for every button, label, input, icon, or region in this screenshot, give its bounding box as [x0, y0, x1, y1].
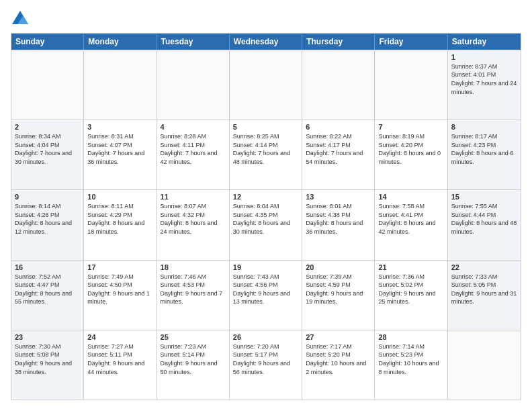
day-number: 21	[378, 263, 443, 271]
day-info: Sunrise: 7:58 AM Sunset: 4:41 PM Dayligh…	[378, 202, 443, 236]
day-cell-14: 14Sunrise: 7:58 AM Sunset: 4:41 PM Dayli…	[375, 190, 447, 259]
day-number: 1	[451, 53, 517, 61]
header-cell-friday: Friday	[375, 34, 447, 50]
day-info: Sunrise: 8:19 AM Sunset: 4:20 PM Dayligh…	[378, 132, 443, 166]
header-cell-sunday: Sunday	[11, 34, 84, 50]
day-number: 13	[306, 193, 371, 201]
day-cell-12: 12Sunrise: 8:04 AM Sunset: 4:35 PM Dayli…	[230, 190, 302, 259]
day-info: Sunrise: 7:36 AM Sunset: 5:02 PM Dayligh…	[378, 273, 443, 306]
day-info: Sunrise: 8:07 AM Sunset: 4:32 PM Dayligh…	[161, 202, 226, 236]
logo-icon	[12, 11, 28, 24]
day-info: Sunrise: 7:39 AM Sunset: 4:59 PM Dayligh…	[306, 273, 371, 306]
day-number: 24	[87, 333, 152, 341]
day-info: Sunrise: 8:34 AM Sunset: 4:04 PM Dayligh…	[15, 132, 80, 166]
day-info: Sunrise: 8:22 AM Sunset: 4:17 PM Dayligh…	[306, 132, 371, 166]
day-number: 19	[233, 263, 298, 271]
day-info: Sunrise: 8:25 AM Sunset: 4:14 PM Dayligh…	[233, 132, 298, 166]
day-number: 2	[15, 123, 80, 131]
header-cell-wednesday: Wednesday	[230, 34, 302, 50]
week-row-2: 2Sunrise: 8:34 AM Sunset: 4:04 PM Daylig…	[11, 120, 521, 189]
day-info: Sunrise: 8:28 AM Sunset: 4:11 PM Dayligh…	[161, 132, 226, 166]
day-cell-3: 3Sunrise: 8:31 AM Sunset: 4:07 PM Daylig…	[84, 120, 157, 189]
empty-cell	[302, 50, 375, 120]
day-info: Sunrise: 8:31 AM Sunset: 4:07 PM Dayligh…	[87, 132, 152, 166]
calendar-header-row: SundayMondayTuesdayWednesdayThursdayFrid…	[11, 34, 521, 50]
day-cell-24: 24Sunrise: 7:27 AM Sunset: 5:11 PM Dayli…	[84, 330, 157, 400]
empty-cell	[11, 50, 84, 120]
header-cell-tuesday: Tuesday	[157, 34, 230, 50]
header-cell-thursday: Thursday	[302, 34, 375, 50]
empty-cell	[84, 50, 157, 120]
day-info: Sunrise: 7:20 AM Sunset: 5:17 PM Dayligh…	[233, 342, 298, 376]
day-cell-15: 15Sunrise: 7:55 AM Sunset: 4:44 PM Dayli…	[448, 190, 521, 259]
day-number: 18	[161, 263, 226, 271]
day-cell-26: 26Sunrise: 7:20 AM Sunset: 5:17 PM Dayli…	[230, 330, 302, 400]
day-cell-16: 16Sunrise: 7:52 AM Sunset: 4:47 PM Dayli…	[11, 261, 84, 330]
week-row-1: 1Sunrise: 8:37 AM Sunset: 4:01 PM Daylig…	[11, 50, 521, 120]
day-number: 4	[161, 123, 226, 131]
day-info: Sunrise: 7:49 AM Sunset: 4:50 PM Dayligh…	[87, 273, 152, 306]
week-row-5: 23Sunrise: 7:30 AM Sunset: 5:08 PM Dayli…	[11, 330, 521, 400]
day-cell-27: 27Sunrise: 7:17 AM Sunset: 5:20 PM Dayli…	[302, 330, 375, 400]
day-number: 16	[15, 263, 80, 271]
header	[11, 11, 521, 28]
day-number: 12	[233, 193, 298, 201]
header-cell-monday: Monday	[84, 34, 157, 50]
day-cell-23: 23Sunrise: 7:30 AM Sunset: 5:08 PM Dayli…	[11, 330, 84, 400]
header-cell-saturday: Saturday	[448, 34, 521, 50]
week-row-3: 9Sunrise: 8:14 AM Sunset: 4:26 PM Daylig…	[11, 189, 521, 259]
day-info: Sunrise: 7:55 AM Sunset: 4:44 PM Dayligh…	[451, 202, 517, 236]
day-number: 15	[451, 193, 517, 201]
day-info: Sunrise: 7:27 AM Sunset: 5:11 PM Dayligh…	[87, 342, 152, 376]
day-info: Sunrise: 7:30 AM Sunset: 5:08 PM Dayligh…	[15, 342, 80, 376]
day-info: Sunrise: 7:52 AM Sunset: 4:47 PM Dayligh…	[15, 273, 80, 306]
day-info: Sunrise: 7:46 AM Sunset: 4:53 PM Dayligh…	[161, 273, 226, 306]
day-cell-21: 21Sunrise: 7:36 AM Sunset: 5:02 PM Dayli…	[375, 261, 447, 330]
day-number: 22	[451, 263, 517, 271]
day-cell-4: 4Sunrise: 8:28 AM Sunset: 4:11 PM Daylig…	[157, 120, 230, 189]
day-info: Sunrise: 7:17 AM Sunset: 5:20 PM Dayligh…	[306, 342, 371, 376]
day-number: 23	[15, 333, 80, 341]
day-cell-1: 1Sunrise: 8:37 AM Sunset: 4:01 PM Daylig…	[448, 50, 521, 120]
empty-cell	[375, 50, 447, 120]
day-cell-5: 5Sunrise: 8:25 AM Sunset: 4:14 PM Daylig…	[230, 120, 302, 189]
day-number: 3	[87, 123, 152, 131]
day-number: 20	[306, 263, 371, 271]
day-cell-22: 22Sunrise: 7:33 AM Sunset: 5:05 PM Dayli…	[448, 261, 521, 330]
day-cell-7: 7Sunrise: 8:19 AM Sunset: 4:20 PM Daylig…	[375, 120, 447, 189]
calendar: SundayMondayTuesdayWednesdayThursdayFrid…	[11, 33, 521, 400]
day-cell-8: 8Sunrise: 8:17 AM Sunset: 4:23 PM Daylig…	[448, 120, 521, 189]
day-info: Sunrise: 8:01 AM Sunset: 4:38 PM Dayligh…	[306, 202, 371, 236]
logo	[11, 11, 30, 28]
day-number: 8	[451, 123, 517, 131]
day-info: Sunrise: 7:33 AM Sunset: 5:05 PM Dayligh…	[451, 273, 517, 306]
day-cell-18: 18Sunrise: 7:46 AM Sunset: 4:53 PM Dayli…	[157, 261, 230, 330]
day-number: 14	[378, 193, 443, 201]
day-cell-6: 6Sunrise: 8:22 AM Sunset: 4:17 PM Daylig…	[302, 120, 375, 189]
day-info: Sunrise: 7:23 AM Sunset: 5:14 PM Dayligh…	[161, 342, 226, 376]
day-cell-11: 11Sunrise: 8:07 AM Sunset: 4:32 PM Dayli…	[157, 190, 230, 259]
week-row-4: 16Sunrise: 7:52 AM Sunset: 4:47 PM Dayli…	[11, 260, 521, 330]
day-info: Sunrise: 7:43 AM Sunset: 4:56 PM Dayligh…	[233, 273, 298, 306]
day-number: 25	[161, 333, 226, 341]
day-number: 28	[378, 333, 443, 341]
day-number: 11	[161, 193, 226, 201]
day-cell-19: 19Sunrise: 7:43 AM Sunset: 4:56 PM Dayli…	[230, 261, 302, 330]
day-info: Sunrise: 7:14 AM Sunset: 5:23 PM Dayligh…	[378, 342, 443, 376]
day-number: 5	[233, 123, 298, 131]
day-cell-25: 25Sunrise: 7:23 AM Sunset: 5:14 PM Dayli…	[157, 330, 230, 400]
empty-cell	[448, 330, 521, 400]
day-info: Sunrise: 8:37 AM Sunset: 4:01 PM Dayligh…	[451, 62, 517, 96]
day-cell-9: 9Sunrise: 8:14 AM Sunset: 4:26 PM Daylig…	[11, 190, 84, 259]
day-number: 7	[378, 123, 443, 131]
day-number: 27	[306, 333, 371, 341]
day-cell-10: 10Sunrise: 8:11 AM Sunset: 4:29 PM Dayli…	[84, 190, 157, 259]
day-number: 17	[87, 263, 152, 271]
day-number: 9	[15, 193, 80, 201]
calendar-body: 1Sunrise: 8:37 AM Sunset: 4:01 PM Daylig…	[11, 50, 521, 400]
empty-cell	[157, 50, 230, 120]
day-number: 26	[233, 333, 298, 341]
day-cell-17: 17Sunrise: 7:49 AM Sunset: 4:50 PM Dayli…	[84, 261, 157, 330]
day-cell-28: 28Sunrise: 7:14 AM Sunset: 5:23 PM Dayli…	[375, 330, 447, 400]
day-info: Sunrise: 8:14 AM Sunset: 4:26 PM Dayligh…	[15, 202, 80, 236]
